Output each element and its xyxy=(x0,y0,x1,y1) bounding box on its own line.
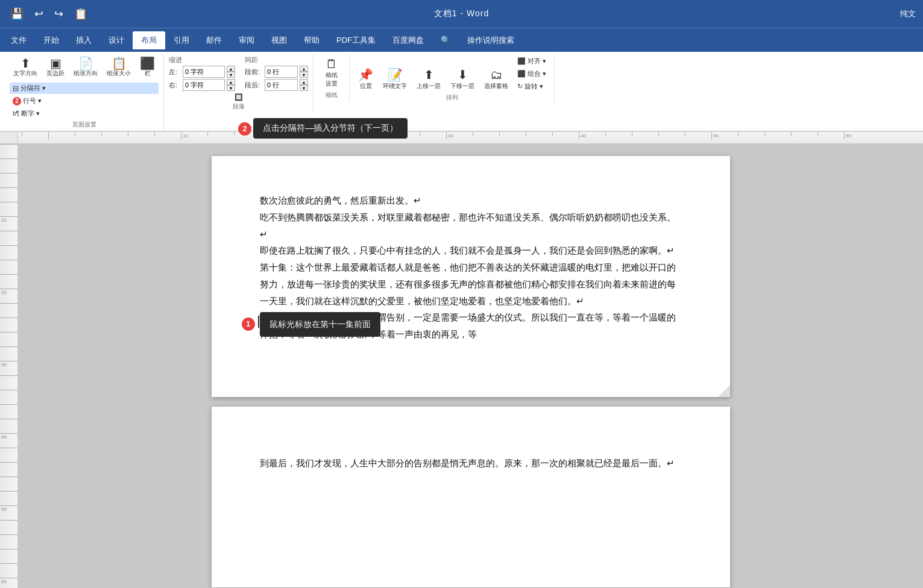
spacing-after-up[interactable]: ▲ xyxy=(300,79,308,85)
separator-label: 分隔符 ▾ xyxy=(20,84,46,93)
title-bar-left: 💾 ↩ ↪ 📋 xyxy=(7,6,90,22)
menu-search-text[interactable]: 操作说明搜索 xyxy=(459,31,523,49)
customize-icon[interactable]: 📋 xyxy=(71,6,90,22)
hyphenation-label: 断字 ▾ xyxy=(21,109,40,118)
redo-icon[interactable]: ↪ xyxy=(51,6,66,22)
orientation-label: 纸张方向 xyxy=(74,69,98,78)
spacing-before-up[interactable]: ▲ xyxy=(300,66,308,72)
spacing-title: 间距 xyxy=(245,55,308,64)
menu-pdf[interactable]: PDF工具集 xyxy=(328,31,384,49)
selection-pane-icon: 🗂 xyxy=(490,68,502,82)
margins-label: 页边距 xyxy=(46,69,65,78)
draft-settings-btn[interactable]: 🗒 稿纸设置 xyxy=(321,55,342,90)
indent-right-label: 右: xyxy=(169,81,181,90)
rotate-btn[interactable]: ↻ 旋转 ▾ xyxy=(514,81,549,92)
columns-icon: ⬛ xyxy=(140,57,155,69)
ribbon-columns[interactable]: ⬛ 栏 xyxy=(136,55,159,80)
spacing-after-label: 段后: xyxy=(245,81,263,90)
ruler-container: 2010102030405060 xyxy=(0,132,923,144)
ribbon-group-page-setup: ⬆ 文字方向 ▣ 页边距 📄 纸张方向 📋 xyxy=(5,54,164,131)
ribbon: ⬆ 文字方向 ▣ 页边距 📄 纸张方向 📋 xyxy=(0,52,923,132)
para-p6: 到最后，我们才发现，人生中大部分的告别都是悄无声息的。原来，那一次的相聚就已经是… xyxy=(260,455,682,472)
send-backward-btn[interactable]: ⬇ 下移一层 xyxy=(447,66,478,92)
page-corner-fold xyxy=(718,385,730,397)
indent-left-down[interactable]: ▼ xyxy=(227,72,235,78)
spacing-before-row: 段前: 0 行 ▲ ▼ xyxy=(245,66,308,78)
wrap-text-btn[interactable]: 📝 环绕文字 xyxy=(379,66,411,92)
menu-file[interactable]: 文件 xyxy=(2,31,35,49)
spacing-before-down[interactable]: ▼ xyxy=(300,72,308,78)
draft-icon: 🗒 xyxy=(326,57,338,71)
page-setup-group-label: 页面设置 xyxy=(72,120,96,129)
wrap-text-icon: 📝 xyxy=(388,67,403,82)
group-icon: ⬛ xyxy=(517,70,526,78)
ribbon-hyphenation[interactable]: b¶ 断字 ▾ xyxy=(10,108,159,119)
ribbon-text-direction[interactable]: ⬆ 文字方向 xyxy=(10,55,41,80)
menu-insert[interactable]: 插入 xyxy=(68,31,100,49)
step2-badge: 2 xyxy=(238,122,251,136)
spacing-before-label: 段前: xyxy=(245,67,263,77)
menu-start[interactable]: 开始 xyxy=(35,31,68,49)
horizontal-ruler: 2010102030405060 xyxy=(18,132,923,144)
indent-left-up[interactable]: ▲ xyxy=(227,66,235,72)
selection-pane-btn[interactable]: 🗂 选择窗格 xyxy=(480,66,512,92)
ribbon-margins[interactable]: ▣ 页边距 xyxy=(43,55,68,80)
save-icon[interactable]: 💾 xyxy=(7,6,27,22)
menu-baidu[interactable]: 百度网盘 xyxy=(384,31,432,49)
page-1: 数次治愈彼此的勇气，然后重新出发。↵ 吃不到热腾腾都饭菜没关系，对联里藏着都秘密… xyxy=(212,156,730,397)
para-p1: 数次治愈彼此的勇气，然后重新出发。↵ xyxy=(260,192,682,209)
menu-mailings[interactable]: 邮件 xyxy=(198,31,230,49)
group-btn[interactable]: ⬛ 组合 ▾ xyxy=(514,68,549,80)
spacing-after-spin[interactable]: ▲ ▼ xyxy=(300,79,308,91)
bring-forward-icon: ⬆ xyxy=(424,67,434,82)
draft-group-label: 稿纸 xyxy=(326,91,338,99)
menu-review[interactable]: 审阅 xyxy=(230,31,263,49)
indent-right-down[interactable]: ▼ xyxy=(227,85,235,91)
menu-design[interactable]: 设计 xyxy=(100,31,133,49)
separator-icon: ⊟ xyxy=(13,84,19,93)
margins-icon: ▣ xyxy=(50,57,61,69)
indent-left-input[interactable]: 0 字符 xyxy=(183,66,225,78)
ribbon-separator[interactable]: ⊟ 分隔符 ▾ xyxy=(10,83,159,94)
ribbon-line-number[interactable]: 2 行号 ▾ xyxy=(10,95,159,107)
ribbon-group-draft: 🗒 稿纸设置 稿纸 xyxy=(313,54,350,102)
spacing-after-down[interactable]: ▼ xyxy=(300,85,308,91)
title-bar: 💾 ↩ ↪ 📋 文档1 - Word 纯文 xyxy=(0,0,923,28)
para-p4: 第十集：这个世界上最爱藏着话都人就是爸爸，他们把不善表达的关怀藏进温暖的电灯里，… xyxy=(260,259,682,309)
page-2: 到最后，我们才发现，人生中大部分的告别都是悄无声息的。原来，那一次的相聚就已经是… xyxy=(212,407,730,587)
ribbon-orientation[interactable]: 📄 纸张方向 xyxy=(70,55,101,80)
arrange-group-label: 排列 xyxy=(446,93,458,102)
ruler-corner xyxy=(0,132,18,144)
menu-references[interactable]: 引用 xyxy=(165,31,198,49)
menu-search-icon[interactable]: 🔍 xyxy=(432,32,459,48)
indent-left-spin[interactable]: ▲ ▼ xyxy=(227,66,235,78)
document-area[interactable]: 数次治愈彼此的勇气，然后重新出发。↵ 吃不到热腾腾都饭菜没关系，对联里藏着都秘密… xyxy=(18,144,923,588)
position-btn[interactable]: 📌 位置 xyxy=(354,66,377,92)
indent-right-input[interactable]: 0 字符 xyxy=(183,79,225,91)
align-btn[interactable]: ⬛ 对齐 ▾ xyxy=(514,55,549,67)
menu-help[interactable]: 帮助 xyxy=(295,31,328,49)
step1-tooltip: 鼠标光标放在第十一集前面 xyxy=(260,312,380,337)
document-title: 文档1 - Word xyxy=(434,8,489,19)
ribbon-paper-size[interactable]: 📋 纸张大小 xyxy=(103,55,134,80)
spacing-before-input[interactable]: 0 行 xyxy=(265,66,298,78)
step1-badge: 1 xyxy=(242,317,255,331)
indent-right-up[interactable]: ▲ xyxy=(227,79,235,85)
step1-container: 1 鼠标光标放在第十一集前面 xyxy=(242,312,380,337)
indent-left-label: 左: xyxy=(169,67,181,77)
spacing-after-input[interactable]: 0 行 xyxy=(265,79,298,91)
bring-forward-btn[interactable]: ⬆ 上移一层 xyxy=(413,66,444,92)
menu-layout[interactable]: 布局 xyxy=(133,31,165,49)
ribbon-group-indent-spacing: 缩进 左: 0 字符 ▲ ▼ 右: 0 字符 ▲ xyxy=(164,54,313,113)
selection-pane-label: 选择窗格 xyxy=(484,82,508,90)
spacing-before-spin[interactable]: ▲ ▼ xyxy=(300,66,308,78)
main-area: 102030405060 数次治愈彼此的勇气，然后重新出发。↵ 吃不到热腾腾都饭… xyxy=(0,144,923,588)
vertical-ruler: 102030405060 xyxy=(0,144,18,588)
menu-view[interactable]: 视图 xyxy=(263,31,295,49)
group-label: 组合 ▾ xyxy=(528,69,546,78)
spacing-after-row: 段后: 0 行 ▲ ▼ xyxy=(245,79,308,91)
rotate-label: 旋转 ▾ xyxy=(525,82,543,91)
indent-right-spin[interactable]: ▲ ▼ xyxy=(227,79,235,91)
indent-right-row: 右: 0 字符 ▲ ▼ xyxy=(169,79,235,91)
undo-icon[interactable]: ↩ xyxy=(31,6,46,22)
